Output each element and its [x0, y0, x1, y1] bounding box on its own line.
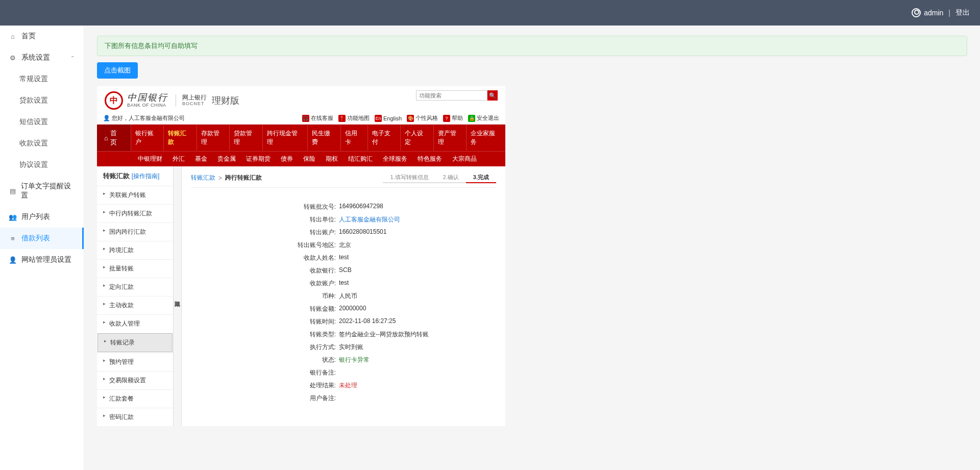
detail-row: 处理结果:未处理 [196, 379, 491, 392]
admin-sidebar: ⌂首页 ⚙系统设置⌃ 常规设置贷款设置短信设置收款设置协议设置 ▤订单文字提醒设… [0, 26, 84, 470]
detail-row: 状态:银行卡异常 [196, 354, 491, 366]
detail-value: 未处理 [339, 381, 357, 390]
sidebar-order-text[interactable]: ▤订单文字提醒设置 [0, 176, 84, 206]
users-icon: 👥 [9, 213, 16, 220]
separator: | [948, 9, 950, 17]
gear-icon: ⚙ [9, 54, 16, 61]
nav-item[interactable]: 资产管理 [433, 125, 467, 151]
wizard-steps: 1.填写转账信息2.确认3.完成 [383, 172, 496, 183]
tb-english[interactable]: EnEnglish [375, 115, 402, 122]
nav-item[interactable]: 证券期货 [241, 152, 276, 166]
nav-item[interactable]: 贵金属 [212, 152, 241, 166]
chevron-up-icon: ⌃ [70, 55, 75, 61]
palette-icon: 🎨 [407, 115, 414, 122]
crumb-1[interactable]: 转账汇款 [191, 174, 215, 182]
nav-item[interactable]: 存款管理 [197, 125, 230, 151]
detail-label: 转账类型: [196, 330, 339, 339]
nav-item[interactable]: 中银理财 [133, 152, 167, 166]
tb-contact[interactable]: 🎧在线客服 [302, 114, 333, 122]
logout-link[interactable]: 登出 [955, 8, 970, 17]
tb-map[interactable]: 📍功能地图 [338, 114, 370, 122]
search-input[interactable] [416, 90, 487, 101]
guide-link[interactable]: [操作指南] [132, 172, 160, 180]
nav-item[interactable]: 期权 [321, 152, 343, 166]
detail-row: 转出账号地区:北京 [196, 239, 491, 252]
wizard-step: 1.填写转账信息 [383, 172, 435, 183]
bank-sub-cn: 网上银行 [182, 94, 207, 101]
side-menu-item[interactable]: 交易限额设置 [97, 371, 173, 389]
top-bar: admin | 登出 [0, 0, 980, 26]
side-menu-item[interactable]: 预约管理 [97, 353, 173, 371]
detail-row: 转账时间:2022-11-08 16:27:25 [196, 315, 491, 328]
detail-label: 用户备注: [196, 394, 339, 403]
wizard-step: 2.确认 [436, 172, 466, 183]
nav-item[interactable]: 全球服务 [378, 152, 412, 166]
detail-row: 执行方式:实时到账 [196, 341, 491, 354]
detail-row: 收款账户:test [196, 277, 491, 290]
side-menu-item[interactable]: 收款人管理 [97, 314, 173, 333]
nav-item[interactable]: 基金 [190, 152, 212, 166]
sidebar-home[interactable]: ⌂首页 [0, 26, 84, 47]
detail-row: 转账批次号:1649606947298 [196, 201, 491, 213]
sidebar-users[interactable]: 👥用户列表 [0, 206, 84, 228]
wizard-step: 3.完成 [466, 172, 496, 183]
nav-item[interactable]: 信用卡 [340, 125, 368, 151]
nav-item[interactable]: 结汇购汇 [343, 152, 378, 166]
tb-style[interactable]: 🎨个性风格 [407, 114, 438, 122]
side-menu-item[interactable]: 关联账户转账 [97, 186, 173, 204]
detail-row: 收款银行:SCB [196, 264, 491, 277]
nav-item[interactable]: 个人设定 [400, 125, 433, 151]
nav-item[interactable]: 外汇 [167, 152, 190, 166]
sidebar-admins[interactable]: 👤网站管理员设置 [0, 249, 84, 270]
user-name[interactable]: admin [924, 9, 943, 17]
detail-value: 1649606947298 [339, 203, 383, 211]
detail-row: 转账金额:20000000 [196, 303, 491, 315]
nav-item[interactable]: 贷款管理 [229, 125, 262, 151]
detail-label: 转账时间: [196, 317, 339, 326]
nav-item[interactable]: 民生缴费 [307, 125, 340, 151]
home-icon: ⌂ [9, 33, 16, 40]
detail-label: 转出单位: [196, 215, 339, 224]
headset-icon: 🎧 [302, 115, 309, 122]
side-menu-item[interactable]: 主动收款 [97, 296, 173, 314]
nav-item[interactable]: 保险 [298, 152, 321, 166]
nav-item[interactable]: 企业家服务 [466, 125, 505, 151]
sidebar-sub-item[interactable]: 短信设置 [0, 111, 84, 133]
nav-home[interactable]: ⌂首页 [97, 125, 131, 151]
nav-item[interactable]: 电子支付 [368, 125, 401, 151]
detail-row: 银行备注: [196, 366, 491, 379]
nav-item[interactable]: 特色服务 [412, 152, 447, 166]
detail-value: 实时到账 [339, 343, 363, 352]
sidebar-sub-item[interactable]: 贷款设置 [0, 90, 84, 111]
side-menu-item[interactable]: 密码汇款 [97, 408, 173, 426]
side-menu-item[interactable]: 定向汇款 [97, 278, 173, 296]
side-menu-item[interactable]: 中行内转账汇款 [97, 204, 173, 222]
side-menu-item[interactable]: 转账记录 [97, 333, 173, 352]
screenshot-button[interactable]: 点击截图 [97, 62, 138, 79]
search-button[interactable]: 🔍 [487, 90, 498, 101]
nav-item[interactable]: 大宗商品 [447, 152, 482, 166]
side-menu-item[interactable]: 跨境汇款 [97, 241, 173, 259]
nav-item[interactable]: 银行账户 [131, 125, 164, 151]
nav-item[interactable]: 跨行现金管理 [262, 125, 307, 151]
lang-icon: En [375, 115, 382, 122]
tb-help[interactable]: ?帮助 [443, 114, 463, 122]
user-icon [912, 8, 921, 17]
sidebar-sub-item[interactable]: 协议设置 [0, 154, 84, 176]
nav-item[interactable]: 转账汇款 [163, 125, 197, 151]
side-menu-item[interactable]: 汇款套餐 [97, 389, 173, 408]
sidebar-loans[interactable]: ≡借款列表 [0, 228, 84, 249]
side-menu-item[interactable]: 批量转账 [97, 259, 173, 278]
hide-menu-tab[interactable]: 隐藏菜单 [174, 166, 182, 426]
tb-exit[interactable]: 🔒安全退出 [468, 114, 499, 122]
sidebar-sub-item[interactable]: 收款设置 [0, 133, 84, 154]
detail-row: 收款人姓名:test [196, 252, 491, 264]
sidebar-sub-item[interactable]: 常规设置 [0, 68, 84, 90]
breadcrumb: 转账汇款 > 跨行转账汇款 1.填写转账信息2.确认3.完成 [191, 172, 496, 188]
detail-label: 处理结果: [196, 381, 339, 390]
side-menu-item[interactable]: 国内跨行汇款 [97, 222, 173, 241]
sidebar-settings[interactable]: ⚙系统设置⌃ [0, 47, 84, 68]
detail-value: SCB [339, 266, 352, 275]
detail-row: 转出账户:16602808015501 [196, 226, 491, 239]
nav-item[interactable]: 债券 [276, 152, 298, 166]
